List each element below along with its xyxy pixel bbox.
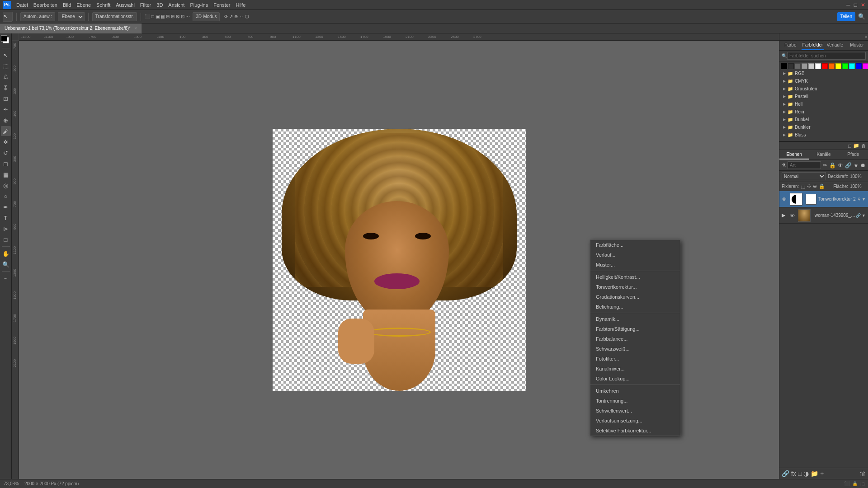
doc-tab[interactable]: Unbenannt-1 bei 73,1% (Tonwertkorrektur … xyxy=(0,23,142,33)
restore-btn[interactable]: □ xyxy=(854,2,857,8)
menu-fenster[interactable]: Fenster xyxy=(213,2,230,8)
color-group-dunkel-header[interactable]: ▶ 📁 Dunkel xyxy=(781,116,866,123)
fg-bg-colors[interactable] xyxy=(1,35,11,45)
layers-search-input[interactable] xyxy=(788,161,821,169)
dodge-tool[interactable]: ○ xyxy=(1,191,11,201)
menu-bild[interactable]: Bild xyxy=(63,2,71,8)
swatch-black[interactable] xyxy=(781,63,787,69)
menu-datei[interactable]: Datei xyxy=(16,2,28,8)
swatch-blue[interactable] xyxy=(856,63,862,69)
menu-farbbalance[interactable]: Farbbalance... xyxy=(590,334,680,344)
menu-kanalmixer[interactable]: Kanalmixer... xyxy=(590,364,680,374)
autom-select-btn[interactable]: Autom. ausw.: xyxy=(20,12,55,21)
menu-schwellenwert[interactable]: Schwellenwert... xyxy=(590,406,680,416)
layers-search-type-btn[interactable]: ✏ xyxy=(823,162,827,169)
layers-tab-pfade[interactable]: Pfade xyxy=(839,150,868,160)
layers-lock-btn[interactable]: 🔒 xyxy=(829,162,836,169)
swatch-red[interactable] xyxy=(822,63,828,69)
layers-tab-kanaele[interactable]: Kanäle xyxy=(809,150,838,160)
new-layer-btn[interactable]: + xyxy=(820,470,824,477)
menu-filter[interactable]: Filter xyxy=(140,2,151,8)
new-adj-layer-btn[interactable]: ◑ xyxy=(803,470,809,477)
delete-swatch-btn[interactable]: 🗑 xyxy=(861,143,866,149)
menu-selektive-farbkorrektur[interactable]: Selektive Farbkorrektur... xyxy=(590,426,680,436)
transform-btn[interactable]: Transformationsstr. xyxy=(92,12,137,21)
color-group-pastell-header[interactable]: ▶ 📁 Pastell xyxy=(781,93,866,100)
menu-tontrennung[interactable]: Tontrennung... xyxy=(590,396,680,406)
lock-artboard-btn[interactable]: ⊕ xyxy=(813,183,817,189)
move-tool[interactable]: ↖ xyxy=(1,50,11,60)
tab-muster[interactable]: Muster xyxy=(846,41,868,50)
swatch-cyan[interactable] xyxy=(849,63,855,69)
fill-value[interactable]: 100% xyxy=(850,184,866,189)
menu-helligkeit-kontrast[interactable]: Helligkeit/Kontrast... xyxy=(590,272,680,282)
swatch-white[interactable] xyxy=(815,63,821,69)
layer-item-tonwert2[interactable]: 👁 Tonwertkorrektur 2 ⚲ ▼ xyxy=(779,191,868,207)
pen-tool[interactable]: ✒ xyxy=(1,202,11,212)
close-btn[interactable]: ✕ xyxy=(861,2,865,8)
tab-close-btn[interactable]: × xyxy=(134,26,137,31)
lock-position-btn[interactable]: ✢ xyxy=(807,183,811,189)
tool-selector[interactable]: ↖ xyxy=(3,12,13,22)
text-tool[interactable]: T xyxy=(1,213,11,223)
swatch-gray[interactable] xyxy=(795,63,801,69)
swatch-magenta[interactable] xyxy=(863,63,868,69)
layers-tab-ebenen[interactable]: Ebenen xyxy=(779,150,809,160)
filter-toggle[interactable]: ⏺ xyxy=(860,162,866,169)
panel-collapse-btn[interactable]: » xyxy=(864,34,867,39)
add-style-btn[interactable]: fx xyxy=(791,470,796,477)
layers-style-btn[interactable]: ★ xyxy=(854,162,859,169)
brush-tool[interactable]: 🖌 xyxy=(1,126,11,136)
layer-eye-woman[interactable]: 👁 xyxy=(790,213,796,218)
tab-verlaeufe[interactable]: Verläufe xyxy=(824,41,846,50)
menu-color-lookup[interactable]: Color Lookup... xyxy=(590,374,680,384)
opacity-value[interactable]: 100% xyxy=(850,174,866,179)
menu-auswahl[interactable]: Auswahl xyxy=(116,2,135,8)
menu-ebene[interactable]: Ebene xyxy=(76,2,91,8)
color-group-rgb-header[interactable]: ▶ 📁 RGB xyxy=(781,70,866,77)
tab-farbe[interactable]: Farbe xyxy=(779,41,802,50)
swatch-yellow[interactable] xyxy=(835,63,841,69)
layer-select[interactable]: Ebene xyxy=(58,12,85,21)
menu-schrift[interactable]: Schrift xyxy=(96,2,110,8)
hand-tool[interactable]: ✋ xyxy=(1,249,11,258)
layer-item-woman[interactable]: ▶ 👁 woman-1439909_1920 🔗 ▼ xyxy=(779,207,868,224)
swatch-lt-gray[interactable] xyxy=(802,63,807,69)
menu-gradationskurven[interactable]: Gradationskurven... xyxy=(590,292,680,302)
link-layers-btn[interactable]: 🔗 xyxy=(782,470,789,477)
zoom-tool[interactable]: 🔍 xyxy=(1,259,11,269)
menu-farbton-saettigung[interactable]: Farbton/Sättigung... xyxy=(590,324,680,334)
selection-tool[interactable]: ⬚ xyxy=(1,61,11,71)
gradient-tool[interactable]: ▦ xyxy=(1,169,11,179)
menu-plugins[interactable]: Plug-ins xyxy=(190,2,208,8)
healing-tool[interactable]: ⊕ xyxy=(1,115,11,125)
share-btn[interactable]: Teilen xyxy=(837,12,855,21)
menu-fotofilter[interactable]: Fotofilter... xyxy=(590,354,680,364)
layer-eye-tonwert2[interactable]: 👁 xyxy=(782,197,788,202)
menu-schwarzweiss[interactable]: Schwarzweiß... xyxy=(590,344,680,354)
color-group-cmyk-header[interactable]: ▶ 📁 CMYK xyxy=(781,78,866,84)
eyedropper-tool[interactable]: ✒ xyxy=(1,104,11,114)
color-group-dunkler-header[interactable]: ▶ 📁 Dunkler xyxy=(781,124,866,131)
menu-verlaufsumsetzung[interactable]: Verlaufsumsetzung... xyxy=(590,416,680,426)
blur-tool[interactable]: ◎ xyxy=(1,180,11,190)
color-group-blass-header[interactable]: ▶ 📁 Blass xyxy=(781,131,866,138)
search-icon[interactable]: 🔍 xyxy=(858,13,865,20)
lock-pixels-btn[interactable]: ⬚ xyxy=(801,183,805,189)
eraser-tool[interactable]: ◻ xyxy=(1,159,11,169)
add-mask-btn[interactable]: □ xyxy=(798,470,802,477)
menu-verlauf[interactable]: Verlauf... xyxy=(590,250,680,260)
lasso-tool[interactable]: ℒ xyxy=(1,72,11,82)
menu-tonwertkorrektur[interactable]: Tonwertkorrektur... xyxy=(590,282,680,292)
menu-bearbeiten[interactable]: Bearbeiten xyxy=(33,2,57,8)
swatch-lighter[interactable] xyxy=(808,63,814,69)
layers-visibility-btn[interactable]: 👁 xyxy=(838,162,843,169)
lock-all-btn[interactable]: 🔒 xyxy=(819,183,825,189)
swatch-dk-gray[interactable] xyxy=(788,63,794,69)
clone-tool[interactable]: ✲ xyxy=(1,137,11,147)
color-group-rein-header[interactable]: ▶ 📁 Rein xyxy=(781,108,866,115)
menu-umkehren[interactable]: Umkehren xyxy=(590,386,680,396)
menu-belichtung[interactable]: Belichtung... xyxy=(590,302,680,312)
3d-mode-btn[interactable]: 3D-Modus xyxy=(193,12,220,21)
delete-layer-btn[interactable]: 🗑 xyxy=(859,470,866,477)
